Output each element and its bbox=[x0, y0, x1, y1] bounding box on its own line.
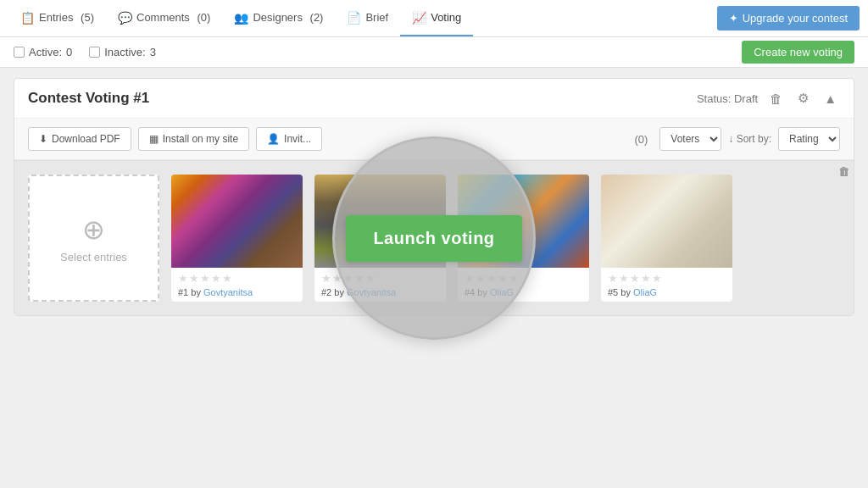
entry-card-4: ★ ★ ★ ★ ★ 🗑 #5 by OliaG bbox=[601, 175, 732, 302]
entry-stars-4: ★ ★ ★ ★ ★ bbox=[608, 272, 662, 285]
status-label: Status: Draft bbox=[697, 92, 758, 105]
main-content: Contest Voting #1 Status: Draft 🗑 ⚙ ▲ ⬇ … bbox=[0, 68, 868, 326]
comments-count: (0) bbox=[194, 11, 211, 24]
voters-dropdown[interactable]: Voters bbox=[659, 127, 721, 151]
inactive-checkbox[interactable] bbox=[89, 47, 100, 58]
tab-voting[interactable]: 📈 Voting bbox=[400, 0, 473, 36]
active-status: Active: 0 bbox=[14, 46, 72, 58]
launch-overlay: Launch voting bbox=[332, 136, 536, 340]
tab-entries[interactable]: 📋 Entries (5) bbox=[8, 0, 106, 36]
settings-voting-button[interactable]: ⚙ bbox=[794, 89, 812, 108]
upgrade-button[interactable]: ✦ Upgrade your contest bbox=[717, 6, 860, 30]
add-entries-icon: ⊕ bbox=[82, 214, 105, 246]
status-bar: Active: 0 Inactive: 3 Create new voting bbox=[0, 37, 868, 68]
entry-footer-1: ★ ★ ★ ★ ★ 🗑 #1 by Govtyanitsa bbox=[171, 268, 303, 302]
designers-count: (2) bbox=[307, 11, 324, 24]
create-voting-button[interactable]: Create new voting bbox=[742, 41, 854, 64]
download-icon: ⬇ bbox=[39, 133, 47, 145]
sort-filter-area: (0) Voters ↓ Sort by: Rating bbox=[629, 127, 840, 151]
tab-list: 📋 Entries (5) 💬 Comments (0) 👥 Designers… bbox=[8, 0, 473, 36]
entries-icon: 📋 bbox=[20, 11, 35, 25]
entry-author-4-link[interactable]: OliaG bbox=[633, 287, 657, 297]
voters-count: (0) bbox=[629, 133, 653, 146]
sort-dropdown[interactable]: Rating bbox=[778, 127, 840, 151]
collapse-voting-button[interactable]: ▲ bbox=[821, 90, 840, 108]
voting-icon: 📈 bbox=[412, 11, 426, 25]
inactive-status: Inactive: 3 bbox=[89, 46, 156, 58]
voting-status-area: Status: Draft 🗑 ⚙ ▲ bbox=[697, 89, 840, 108]
top-navigation: 📋 Entries (5) 💬 Comments (0) 👥 Designers… bbox=[0, 0, 868, 37]
entries-area: ⊕ Select entries ★ ★ ★ ★ ★ 🗑 bbox=[14, 160, 854, 315]
voting-card-header: Contest Voting #1 Status: Draft 🗑 ⚙ ▲ bbox=[14, 79, 854, 119]
entry-image-1 bbox=[171, 175, 303, 268]
tab-brief[interactable]: 📄 Brief bbox=[335, 0, 400, 36]
tab-comments[interactable]: 💬 Comments (0) bbox=[106, 0, 222, 36]
entry-stars-1: ★ ★ ★ ★ ★ bbox=[178, 272, 232, 285]
sort-label: ↓ Sort by: bbox=[728, 133, 771, 145]
magnify-circle: Launch voting bbox=[332, 136, 536, 340]
launch-voting-button[interactable]: Launch voting bbox=[346, 215, 521, 262]
upgrade-icon: ✦ bbox=[729, 12, 738, 25]
voting-card: Contest Voting #1 Status: Draft 🗑 ⚙ ▲ ⬇ … bbox=[14, 78, 854, 316]
active-checkbox[interactable] bbox=[14, 47, 25, 58]
install-icon: ▦ bbox=[149, 133, 159, 145]
designers-icon: 👥 bbox=[234, 11, 248, 25]
entry-author-1-link[interactable]: Govtyanitsa bbox=[203, 287, 253, 297]
tab-designers[interactable]: 👥 Designers (2) bbox=[222, 0, 335, 36]
entry-meta-4: #5 by OliaG bbox=[608, 287, 726, 297]
brief-icon: 📄 bbox=[347, 11, 361, 25]
entry-image-4 bbox=[601, 175, 732, 268]
status-value: Draft bbox=[734, 92, 758, 105]
entry-meta-1: #1 by Govtyanitsa bbox=[178, 287, 296, 297]
download-pdf-button[interactable]: ⬇ Download PDF bbox=[28, 127, 131, 151]
entry-card-1: ★ ★ ★ ★ ★ 🗑 #1 by Govtyanitsa bbox=[171, 175, 303, 302]
comments-icon: 💬 bbox=[118, 11, 132, 25]
create-voting-area: Create new voting bbox=[742, 41, 854, 64]
install-button[interactable]: ▦ Install on my site bbox=[138, 127, 249, 151]
voting-title: Contest Voting #1 bbox=[28, 90, 149, 107]
select-entries-placeholder[interactable]: ⊕ Select entries bbox=[28, 175, 159, 302]
invite-icon: 👤 bbox=[267, 133, 280, 145]
delete-voting-button[interactable]: 🗑 bbox=[766, 90, 786, 108]
invite-button[interactable]: 👤 Invit... bbox=[256, 127, 322, 151]
entries-count: (5) bbox=[77, 11, 94, 24]
top-right-actions: ✦ Upgrade your contest bbox=[717, 6, 860, 30]
select-entries-label: Select entries bbox=[60, 251, 127, 263]
entry-footer-4: ★ ★ ★ ★ ★ 🗑 #5 by OliaG bbox=[601, 268, 732, 302]
